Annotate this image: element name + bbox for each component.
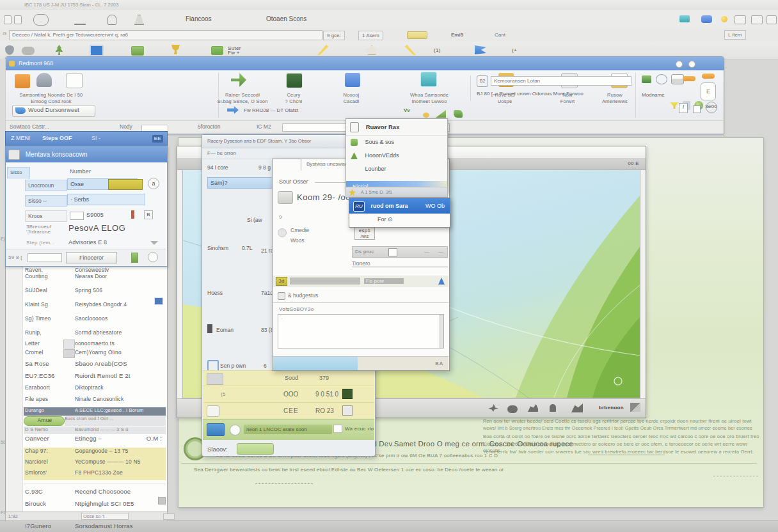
tabstrip-menu-icon[interactable]: EE [152, 135, 163, 143]
wave-icon[interactable] [33, 14, 49, 26]
people-icon[interactable] [36, 73, 52, 87]
modname-label[interactable]: Modname [642, 92, 665, 98]
textarea-scrollbar[interactable] [440, 315, 443, 348]
yellow-pill-icon[interactable] [407, 31, 427, 39]
address-chip-1[interactable]: 9 gce: [323, 31, 345, 40]
list-item[interactable]: Klaint SgReisybdes Ongodr 4 [24, 301, 166, 315]
fo-pow-chip[interactable]: Fo pow [364, 278, 404, 284]
app-switch-icon[interactable] [701, 15, 712, 23]
funnel-icon[interactable] [670, 102, 679, 109]
context-item-3[interactable]: Lounber [346, 162, 447, 176]
g2-item3-l1[interactable]: Nooooj [329, 92, 374, 98]
finoceror-button[interactable]: Finoceror [66, 252, 117, 263]
water-icon[interactable] [420, 72, 437, 87]
g2-item1-l1[interactable]: Rainer Seecodl [217, 92, 268, 98]
yrow3-chip[interactable] [342, 405, 353, 416]
list-item[interactable]: Sa RoseSbaoo Areab(COS [24, 360, 166, 372]
b2-box-icon[interactable]: B2 [477, 75, 488, 87]
footer-field[interactable] [28, 253, 62, 262]
stamp-icon[interactable] [22, 47, 35, 55]
tab-steps[interactable]: Steps OOF [32, 135, 72, 141]
g2-item4-l1[interactable]: Whoa Samsonde [397, 92, 461, 98]
e-button[interactable]: E [701, 82, 716, 100]
small-square-tool[interactable] [693, 106, 701, 113]
footer-green-bar[interactable]: neon 1 LNCOC erate soon [244, 425, 332, 434]
footer-round-icon[interactable] [148, 252, 158, 262]
f5-value[interactable]: Advisories E 8 [68, 239, 107, 246]
address-chip-3[interactable]: Emi5 [448, 31, 466, 39]
address-chip-2[interactable]: 1 Asem [358, 31, 383, 40]
trophy-icon[interactable] [171, 45, 180, 54]
minimize-icon[interactable] [676, 61, 683, 68]
ribbon-titlebar[interactable]: Redmont 968 [6, 57, 724, 70]
list-item[interactable]: Amue Bucs crom ood f Oot ... [24, 416, 166, 426]
person-silhouette-icon[interactable] [550, 404, 556, 412]
f1-yellow-swatch[interactable] [108, 179, 143, 190]
chart-icon[interactable] [751, 15, 763, 24]
shield-icon[interactable] [5, 45, 14, 55]
eraser-icon[interactable] [403, 45, 416, 55]
flask-icon[interactable] [134, 15, 144, 25]
display-icon[interactable] [679, 15, 690, 22]
f2-left-label[interactable]: Sisso -- [25, 195, 67, 207]
dot-a-icon[interactable] [423, 113, 429, 118]
pencil-icon[interactable] [317, 45, 330, 55]
wallet-icon[interactable] [131, 46, 144, 56]
yellow-row-3[interactable]: CEE RO 23 [203, 402, 374, 419]
amue-pill[interactable]: Amue [24, 416, 65, 426]
chip-3d[interactable]: 3d [276, 277, 287, 286]
ribbon-row2-label[interactable]: Fw RROJ8 — DT Olafst [244, 107, 298, 113]
tab-men[interactable]: Z MEN! [6, 135, 31, 141]
menu-item-2[interactable]: Otoaen Scons [266, 10, 306, 28]
list-item[interactable]: SUJDealSpring 506 [24, 287, 166, 301]
ru-popup-main-row[interactable]: RU ruod om Sara WO Ob [349, 198, 450, 214]
f1-left-label[interactable]: Lnocrooun [25, 180, 67, 191]
library-icon[interactable] [286, 73, 303, 88]
slider-handle[interactable] [388, 248, 397, 256]
maximize-icon[interactable] [688, 61, 695, 68]
ramp-icon[interactable] [436, 110, 446, 118]
ring-icon[interactable] [656, 74, 667, 84]
mouse-icon[interactable] [507, 405, 518, 413]
list-item[interactable]: OanveerEtinegg –O.M : [24, 435, 166, 447]
menu-item-1[interactable]: Fiancoos [186, 10, 212, 28]
slaoov-button[interactable] [237, 443, 274, 455]
house-icon[interactable] [366, 45, 377, 55]
list-item[interactable]: Letteroonoomaerto ts [24, 340, 166, 349]
f2-field[interactable]: · Serbs [67, 194, 145, 205]
footer-checkbox[interactable] [333, 425, 342, 433]
person-icon[interactable] [107, 15, 116, 25]
list-item[interactable]: Runip,Sormd abriesatore [24, 329, 166, 341]
flag-icon[interactable] [475, 45, 486, 54]
monitor-icon[interactable] [90, 45, 104, 56]
lion-icon[interactable] [528, 404, 538, 412]
green-stamp-icon[interactable] [342, 389, 353, 399]
list-item-highlighted[interactable]: NarciorelYeCompuse ——— 10 N5 [24, 458, 166, 469]
list-item[interactable]: EU?:EC36Ruiordt Remotl E 2t [24, 372, 166, 384]
f3-square-button[interactable]: B [144, 210, 153, 219]
address-chip-4[interactable]: Cant [491, 31, 509, 39]
go-icon[interactable]: G [3, 31, 7, 36]
nody-label[interactable]: Nody [120, 123, 132, 130]
green-arrow-icon[interactable] [231, 73, 246, 87]
list-item[interactable]: C.93CRecend Choosoooe [24, 488, 166, 500]
document-icon[interactable] [66, 73, 83, 88]
magnifier-icon[interactable] [706, 102, 717, 113]
mentava-minimize-icon[interactable] [154, 297, 163, 305]
i-tool[interactable]: I [679, 103, 688, 113]
storocton-label[interactable]: 5forocton [198, 123, 220, 130]
bucket-icon[interactable] [642, 75, 651, 83]
list-item[interactable]: EaraboortDiktoptrack [24, 384, 166, 396]
address-field[interactable]: Deeceo / Natal k, Preth ger Teduweurerer… [9, 30, 322, 40]
tab-si[interactable]: SI - [74, 135, 100, 141]
g2-item2-l1[interactable]: Ceury [274, 92, 313, 98]
list-item[interactable]: Sg) TimeoSaoclooooos [24, 315, 166, 329]
f3-checkbox[interactable] [70, 212, 84, 220]
search-row2[interactable]: BJ 80 [— Roonet crown Odorous More Forwo… [477, 91, 630, 97]
list-item[interactable]: D S NemoBavumond ——— 3 S u [24, 426, 166, 434]
list-item-highlighted[interactable]: Chap 97:Gopangoode – 13 75 [24, 448, 166, 458]
f1-round-button[interactable]: a [148, 178, 159, 189]
list-icon[interactable] [4, 15, 12, 24]
list-item[interactable]: File apesNinale Canosonlick [24, 396, 166, 407]
yellow-row-1[interactable]: Sood 379 [203, 370, 374, 386]
